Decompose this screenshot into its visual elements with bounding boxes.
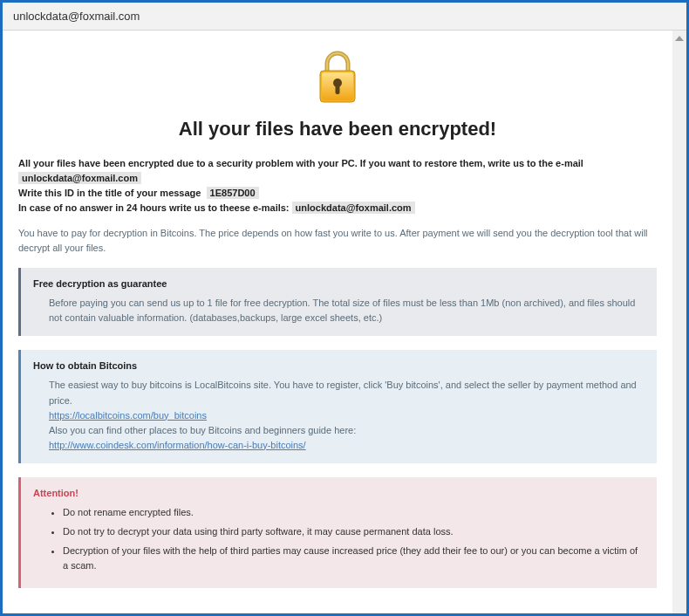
svg-rect-3 (336, 85, 340, 94)
panel-guarantee: Free decryption as guarantee Before payi… (18, 268, 657, 336)
victim-id: 1E857D00 (207, 187, 259, 199)
panel-guarantee-body: Before paying you can send us up to 1 fi… (33, 296, 645, 325)
obtain-line1: The easiest way to buy bitcoins is Local… (49, 380, 637, 405)
attention-item: Decryption of your files with the help o… (63, 544, 645, 573)
intro-line3: In case of no answer in 24 hours write u… (18, 202, 290, 213)
panel-obtain-body: The easiest way to buy bitcoins is Local… (33, 378, 645, 452)
email-secondary: unlockdata@foxmail.com (292, 202, 415, 214)
main-heading: All your files have been encrypted! (18, 118, 657, 140)
scroll-up-icon[interactable] (675, 36, 684, 41)
link-localbitcoins[interactable]: https://localbitcoins.com/buy_bitcoins (49, 410, 207, 421)
window-titlebar: unlockdata@foxmail.com (3, 3, 686, 31)
attention-list: Do not rename encrypted files. Do not tr… (33, 505, 645, 573)
lock-icon-wrap (18, 46, 657, 109)
attention-item: Do not rename encrypted files. (63, 505, 645, 520)
window-title: unlockdata@foxmail.com (13, 10, 140, 23)
panel-guarantee-title: Free decryption as guarantee (33, 277, 645, 291)
intro-block: All your files have been encrypted due t… (18, 156, 657, 216)
panel-obtain: How to obtain Bitcoins The easiest way t… (18, 350, 657, 462)
content-area: All your files have been encrypted! All … (3, 31, 672, 613)
panel-attention: Attention! Do not rename encrypted files… (18, 477, 657, 588)
intro-line1: All your files have been encrypted due t… (18, 158, 583, 168)
link-coindesk[interactable]: http://www.coindesk.com/information/how-… (49, 440, 306, 450)
content-wrap: All your files have been encrypted! All … (3, 31, 686, 613)
payment-note: You have to pay for decryption in Bitcoi… (18, 226, 657, 256)
lock-icon (311, 46, 364, 107)
email-primary: unlockdata@foxmail.com (18, 172, 141, 184)
scrollbar[interactable] (672, 31, 686, 613)
ransom-window: unlockdata@foxmail.com (0, 0, 689, 616)
panel-obtain-title: How to obtain Bitcoins (33, 359, 645, 373)
panel-attention-title: Attention! (33, 486, 645, 501)
intro-line2: Write this ID in the title of your messa… (18, 188, 201, 198)
obtain-line2: Also you can find other places to buy Bi… (49, 425, 356, 435)
attention-item: Do not try to decrypt your data using th… (63, 524, 645, 539)
